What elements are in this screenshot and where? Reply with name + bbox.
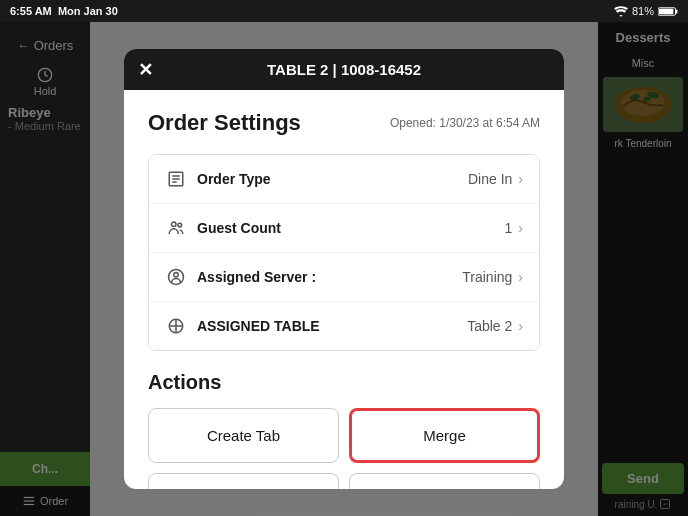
settings-item-guest-count[interactable]: Guest Count 1 › bbox=[149, 204, 539, 253]
people-icon bbox=[165, 217, 187, 239]
modal-close-button[interactable]: ✕ bbox=[138, 61, 153, 79]
modal-header-title: TABLE 2 | 1008-16452 bbox=[267, 61, 421, 78]
order-type-label: Order Type bbox=[197, 171, 468, 187]
order-settings-modal: ✕ TABLE 2 | 1008-16452 Order Settings Op… bbox=[124, 49, 564, 489]
server-label: Assigned Server : bbox=[197, 269, 462, 285]
merge-button[interactable]: Merge bbox=[349, 408, 540, 463]
modal-overlay: ✕ TABLE 2 | 1008-16452 Order Settings Op… bbox=[0, 22, 688, 516]
settings-item-server[interactable]: Assigned Server : Training › bbox=[149, 253, 539, 302]
settings-list: Order Type Dine In › Guest Count bbox=[148, 154, 540, 351]
guest-count-value: 1 bbox=[505, 220, 513, 236]
modal-header: ✕ TABLE 2 | 1008-16452 bbox=[124, 49, 564, 90]
status-icons: 81% bbox=[614, 5, 678, 17]
create-tab-button[interactable]: Create Tab bbox=[148, 408, 339, 463]
battery-pct: 81% bbox=[632, 5, 654, 17]
server-chevron: › bbox=[518, 269, 523, 285]
settings-item-table[interactable]: ASSIGNED TABLE Table 2 › bbox=[149, 302, 539, 350]
svg-point-19 bbox=[178, 223, 182, 227]
list-icon bbox=[165, 168, 187, 190]
settings-item-order-type[interactable]: Order Type Dine In › bbox=[149, 155, 539, 204]
modal-opened-text: Opened: 1/30/23 at 6:54 AM bbox=[390, 116, 540, 130]
modal-body: Order Settings Opened: 1/30/23 at 6:54 A… bbox=[124, 90, 564, 489]
order-type-value: Dine In bbox=[468, 171, 512, 187]
order-type-chevron: › bbox=[518, 171, 523, 187]
modal-title-row: Order Settings Opened: 1/30/23 at 6:54 A… bbox=[148, 110, 540, 136]
table-icon bbox=[165, 315, 187, 337]
svg-point-21 bbox=[174, 273, 179, 278]
person-circle-icon bbox=[165, 266, 187, 288]
svg-rect-1 bbox=[676, 9, 678, 13]
table-label: ASSIGNED TABLE bbox=[197, 318, 467, 334]
guest-count-label: Guest Count bbox=[197, 220, 505, 236]
void-button[interactable]: Void bbox=[148, 473, 339, 489]
status-time: 6:55 AM Mon Jan 30 bbox=[10, 5, 118, 17]
table-value: Table 2 bbox=[467, 318, 512, 334]
actions-title: Actions bbox=[148, 371, 540, 394]
close-order-button[interactable]: Close Order bbox=[349, 473, 540, 489]
actions-grid: Create Tab Merge Void Close Order bbox=[148, 408, 540, 489]
modal-section-title: Order Settings bbox=[148, 110, 301, 136]
server-value: Training bbox=[462, 269, 512, 285]
svg-rect-2 bbox=[659, 8, 673, 14]
status-bar: 6:55 AM Mon Jan 30 81% bbox=[0, 0, 688, 22]
svg-point-18 bbox=[172, 222, 177, 227]
table-chevron: › bbox=[518, 318, 523, 334]
guest-count-chevron: › bbox=[518, 220, 523, 236]
